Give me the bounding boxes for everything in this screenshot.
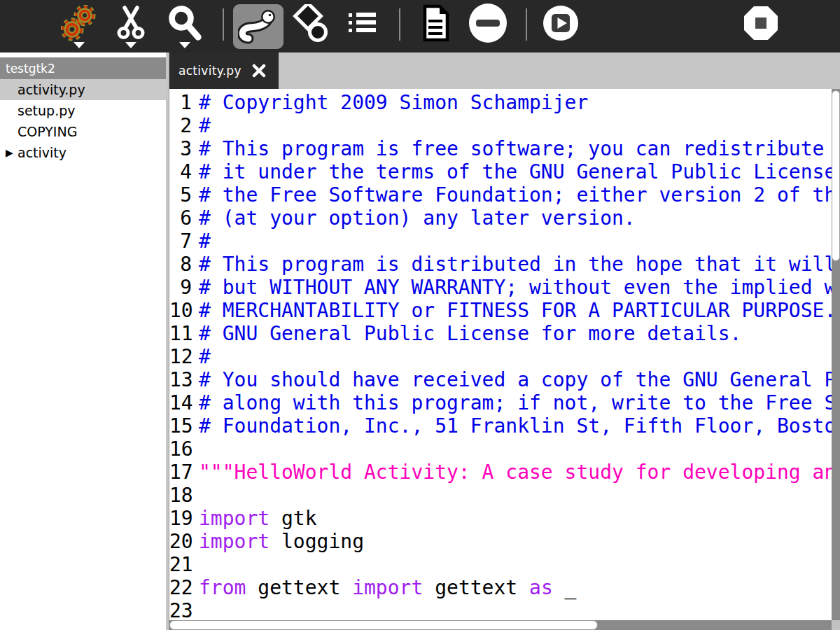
code-editor[interactable]: 1# Copyright 2009 Simon Schampijer2#3# T… [169,89,840,630]
code-text: from gettext import gettext as _ [199,576,576,599]
line-number: 11 [169,322,192,345]
toolbar-separator [399,8,400,41]
code-line: 12# [169,345,832,368]
list-button[interactable] [344,6,379,42]
code-text: # MERCHANTABILITY or FITNESS FOR A PARTI… [199,299,832,322]
search-button[interactable] [167,6,202,42]
sidebar-item-activity-py[interactable]: activity.py [0,79,166,100]
code-line: 18 [169,484,832,507]
code-text: # GNU General Public License for more de… [199,322,741,345]
code-line: 9# but WITHOUT ANY WARRANTY; without eve… [169,276,832,299]
edit-button[interactable] [113,6,148,42]
tab-activity-py[interactable]: activity.py [169,52,279,89]
code-line: 8# This program is distributed in the ho… [169,253,832,276]
chevron-down-icon[interactable] [125,42,136,48]
code-text: # the Free Software Foundation; either v… [199,183,832,206]
activity-button[interactable] [62,6,97,42]
code-line: 3# This program is free software; you ca… [169,137,832,160]
vertical-scrollbar-thumb[interactable] [832,90,840,261]
vertical-scrollbar[interactable] [832,89,840,620]
sidebar-item-COPYING[interactable]: COPYING [0,121,166,142]
line-number: 13 [169,368,192,391]
code-text: # Copyright 2009 Simon Schampijer [199,91,588,114]
code-lines: 1# Copyright 2009 Simon Schampijer2#3# T… [169,91,832,620]
horizontal-scrollbar-thumb[interactable] [169,620,598,630]
file-tree-sidebar: testgtk2 activity.pysetup.pyCOPYING▶acti… [0,52,166,630]
code-line: 16 [169,438,832,461]
line-number: 12 [169,345,192,368]
stop-button[interactable] [743,6,778,42]
file-label: activity.py [18,82,85,97]
code-line: 1# Copyright 2009 Simon Schampijer [169,91,832,114]
horizontal-scrollbar[interactable] [169,620,832,630]
line-number: 8 [169,253,192,276]
file-label: setup.py [18,103,76,118]
file-label: activity [18,145,66,160]
erase-diamond-icon [290,6,328,41]
activity-gears-icon [61,6,97,41]
close-icon[interactable] [252,64,266,78]
remove-button[interactable] [468,6,507,42]
code-line: 13# You should have received a copy of t… [169,368,832,391]
line-number: 7 [169,230,192,253]
line-number: 5 [169,183,192,206]
line-number: 2 [169,114,192,137]
edit-scissors-icon [115,6,146,41]
line-number: 21 [169,553,192,576]
code-line: 10# MERCHANTABILITY or FITNESS FOR A PAR… [169,299,832,322]
chevron-down-icon[interactable] [74,42,85,48]
line-number: 1 [169,91,192,114]
run-button[interactable] [542,6,579,42]
line-number: 6 [169,206,192,230]
search-magnifier-icon [167,6,203,41]
code-line: 20import logging [169,530,832,553]
document-icon [420,6,451,41]
code-text: """HelloWorld Activity: A case study for… [199,461,832,484]
code-text: # Foundation, Inc., 51 Franklin St, Fift… [199,414,832,438]
remove-minus-icon [468,6,508,41]
pippy-tab-button[interactable] [233,4,284,49]
code-line: 21 [169,553,832,576]
code-text: # This program is free software; you can… [199,137,832,160]
code-line: 7# [169,230,832,253]
line-number: 15 [169,414,192,438]
code-line: 5# the Free Software Foundation; either … [169,183,832,206]
code-line: 11# GNU General Public License for more … [169,322,832,345]
code-text: import gtk [199,507,317,530]
tab-bar: activity.py [169,52,840,89]
line-number: 14 [169,391,192,414]
toolbar-separator [223,8,224,41]
code-text: # You should have received a copy of the… [199,368,832,391]
pippy-snake-icon [238,8,279,45]
file-list: activity.pysetup.pyCOPYING▶activity [0,79,166,163]
code-text: import logging [199,530,364,553]
sidebar-item-activity[interactable]: ▶activity [0,142,166,163]
line-number: 4 [169,160,192,183]
line-number: 18 [169,484,192,507]
code-text: # [199,114,211,137]
expander-icon[interactable]: ▶ [0,147,18,158]
code-text: # but WITHOUT ANY WARRANTY; without even… [199,276,832,299]
code-line: 2# [169,114,832,137]
code-line: 6# (at your option) any later version. [169,206,832,230]
chevron-down-icon[interactable] [179,42,190,48]
stop-icon [743,6,778,41]
code-line: 15# Foundation, Inc., 51 Franklin St, Fi… [169,414,832,438]
code-text: # it under the terms of the GNU General … [199,160,832,183]
document-button[interactable] [418,6,453,42]
scrollbar-corner [832,620,840,630]
line-number: 17 [169,461,192,484]
main-toolbar [0,0,840,52]
file-label: COPYING [18,124,77,139]
code-text: # [199,230,211,253]
project-title: testgtk2 [0,57,166,79]
line-number: 10 [169,299,192,322]
bullet-list-icon [346,6,377,41]
line-number: 16 [169,438,192,461]
sidebar-item-setup-py[interactable]: setup.py [0,100,166,121]
line-number: 9 [169,276,192,299]
code-line: 19import gtk [169,507,832,530]
erase-button[interactable] [291,6,326,42]
code-line: 23 [169,599,832,620]
code-text: # This program is distributed in the hop… [199,253,832,276]
